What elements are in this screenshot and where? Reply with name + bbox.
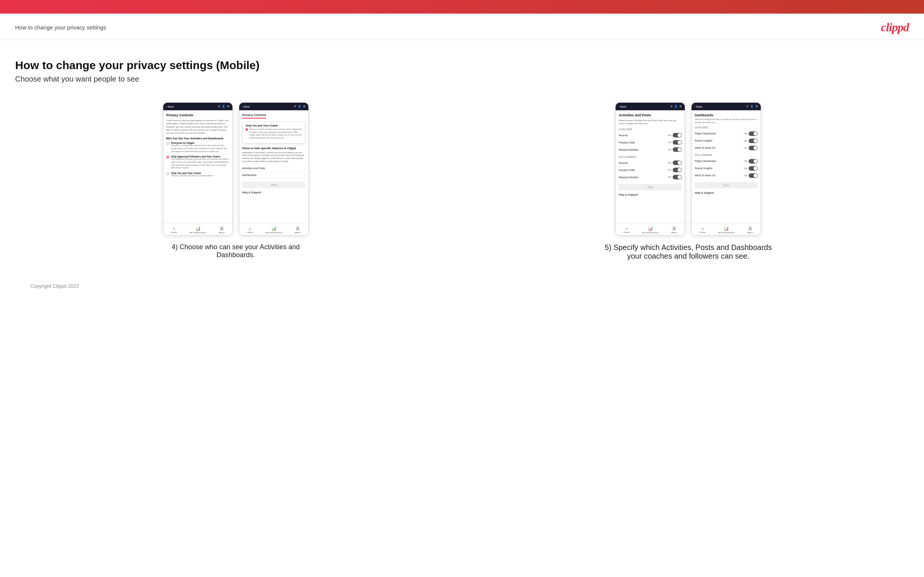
help-text-4: Help & Support: [695, 192, 758, 194]
menu-icon-3: ☰: [672, 226, 676, 231]
search-icon-4[interactable]: ⚲: [746, 105, 748, 108]
save-button-3[interactable]: Save: [619, 184, 682, 190]
on-toggle-followers-drills: ON: [668, 168, 682, 172]
radio-everyone[interactable]: Everyone on Clippd Everyone on Clippd ca…: [166, 142, 229, 153]
on-text-coaches-drills: ON: [668, 141, 671, 143]
on-toggle-followers-manual: ON: [668, 175, 682, 179]
footer-home-4[interactable]: ⌂ Home: [699, 226, 706, 234]
people-icon-4[interactable]: 👤: [750, 105, 754, 108]
toggle-followers-what-to-work[interactable]: [749, 173, 758, 178]
footer-menu-label-3: Menu: [672, 232, 677, 234]
dropdown-card: Only You and Your Coach Only you and the…: [242, 122, 305, 143]
toggle-label-coaches-round-insights: Round Insights: [695, 139, 712, 142]
save-button-2[interactable]: Save: [242, 182, 305, 188]
on-text-followers-drills: ON: [668, 169, 671, 171]
on-text-coaches-round-insights: ON: [744, 140, 747, 142]
people-icon-2[interactable]: 👤: [298, 105, 301, 108]
back-button-2[interactable]: ‹ Back: [242, 105, 250, 108]
toggle-coaches-drills[interactable]: [673, 140, 682, 145]
screenshot-pair-2: ‹ Back ⚲ 👤 ⚙ Activities and Posts Select…: [615, 102, 761, 235]
on-toggle-coaches-manual: ON: [668, 147, 682, 152]
footer-menu-2[interactable]: ☰ Menu: [295, 226, 300, 234]
toggle-coaches-round-insights[interactable]: [749, 139, 758, 143]
footer-menu-3[interactable]: ☰ Menu: [672, 226, 677, 234]
back-button-4[interactable]: ‹ Back: [695, 105, 702, 108]
footer-home-2[interactable]: ⌂ Home: [247, 226, 253, 234]
toggle-row-followers-rounds: Rounds ON: [619, 160, 682, 166]
save-button-4[interactable]: Save: [695, 182, 758, 189]
settings-icon-3[interactable]: ⚙: [680, 105, 682, 108]
phone-mockup-3: ‹ Back ⚲ 👤 ⚙ Activities and Posts Select…: [615, 102, 685, 235]
home-icon-4: ⌂: [701, 226, 704, 231]
screen-desc-3: Select the types of activity that you'd …: [619, 119, 682, 126]
toggle-followers-drills[interactable]: [673, 168, 682, 172]
logo: clippd: [881, 20, 909, 34]
footer-performance-1[interactable]: 📊 My Performance: [190, 226, 206, 234]
toggle-coaches-manual[interactable]: [673, 147, 682, 152]
home-icon-1: ⌂: [173, 226, 175, 231]
on-text-followers-what-to-work: ON: [744, 174, 747, 177]
radio-approved[interactable]: Only Approved Followers and Your Coach O…: [166, 155, 229, 169]
radio-circle-only-you: [166, 172, 169, 175]
footer-home-3[interactable]: ⌂ Home: [624, 226, 630, 234]
radio-desc-everyone: Everyone on Clippd can search for you an…: [171, 144, 229, 153]
search-icon[interactable]: ⚲: [218, 105, 220, 108]
search-icon-2[interactable]: ⚲: [294, 105, 296, 108]
toggle-followers-rounds[interactable]: [673, 161, 682, 165]
on-toggle-coaches-what-to-work: ON: [744, 146, 758, 150]
toggle-label-followers-player: Player Dashboard: [695, 160, 716, 162]
radio-only-you[interactable]: Only You and Your Coach Only you and the…: [166, 172, 229, 177]
footer-home-1[interactable]: ⌂ Home: [171, 226, 177, 234]
caption-1: 4) Choose who can see your Activities an…: [160, 243, 312, 259]
toggle-followers-player[interactable]: [749, 159, 758, 163]
people-icon-3[interactable]: 👤: [674, 105, 678, 108]
on-toggle-followers-rounds: ON: [668, 161, 682, 165]
toggle-coaches-rounds[interactable]: [673, 133, 682, 137]
back-button-3[interactable]: ‹ Back: [619, 105, 626, 108]
feature-row-dashboards[interactable]: Dashboards ›: [242, 172, 305, 179]
on-text-followers-player: ON: [744, 160, 747, 162]
screen-title-1: Privacy Controls: [166, 113, 229, 117]
radio-label-everyone: Everyone on Clippd: [171, 142, 229, 144]
main-content: How to change your privacy settings (Mob…: [0, 40, 924, 311]
phone-header-1: ‹ Back ⚲ 👤 ⚙: [163, 103, 233, 110]
toggle-coaches-what-to-work[interactable]: [749, 146, 758, 150]
toggle-followers-manual[interactable]: [673, 175, 682, 179]
back-button-1[interactable]: ‹ Back: [166, 105, 174, 108]
phone-mockup-1: ‹ Back ⚲ 👤 ⚙ Privacy Controls Control ho…: [163, 102, 233, 235]
header-icons-1: ⚲ 👤 ⚙: [218, 105, 229, 108]
footer-menu-1[interactable]: ☰ Menu: [219, 226, 225, 234]
people-icon[interactable]: 👤: [222, 105, 225, 108]
toggle-row-coaches-drills: Practice Drills ON: [619, 139, 682, 146]
back-label-1: Back: [168, 105, 174, 108]
performance-icon-3: 📊: [648, 226, 653, 231]
settings-icon-4[interactable]: ⚙: [756, 105, 758, 108]
phone-footer-1: ⌂ Home 📊 My Performance ☰ Menu: [163, 224, 233, 235]
radio-circle-everyone: [166, 142, 169, 145]
footer-performance-3[interactable]: 📊 My Performance: [642, 226, 659, 234]
toggle-coaches-player[interactable]: [749, 131, 758, 136]
back-label-2: Back: [244, 105, 250, 108]
caption-2: 5) Specify which Activities, Posts and D…: [603, 243, 773, 261]
toggle-row-followers-what-to-work: What To Work On ON: [695, 172, 758, 179]
settings-icon-2[interactable]: ⚙: [303, 105, 305, 108]
dropdown-title: Only You and Your Coach: [246, 124, 302, 127]
search-icon-3[interactable]: ⚲: [670, 105, 672, 108]
toggle-followers-round-insights[interactable]: [749, 166, 758, 171]
radio-desc-only-you: Only you and the coaches you connect wit…: [171, 174, 213, 177]
footer-menu-label-1: Menu: [219, 232, 225, 234]
footer-performance-4[interactable]: 📊 My Performance: [718, 226, 735, 234]
menu-icon-4: ☰: [748, 226, 752, 231]
back-label-3: Back: [620, 105, 627, 108]
feature-row-activities[interactable]: Activities and Posts ›: [242, 165, 305, 172]
caption-1-number: 4): [171, 243, 178, 251]
footer-menu-4[interactable]: ☰ Menu: [748, 226, 753, 234]
help-text-2: Help & Support: [242, 191, 305, 194]
footer-home-label-3: Home: [624, 231, 630, 234]
coaches-label-3: COACHES: [619, 128, 682, 131]
footer-performance-2[interactable]: 📊 My Performance: [266, 226, 282, 234]
screenshot-group-2: ‹ Back ⚲ 👤 ⚙ Activities and Posts Select…: [468, 102, 909, 261]
privacy-tab-2[interactable]: Privacy Controls: [242, 113, 267, 119]
radio-content-approved: Only Approved Followers and Your Coach O…: [171, 155, 229, 169]
settings-icon[interactable]: ⚙: [227, 105, 229, 108]
